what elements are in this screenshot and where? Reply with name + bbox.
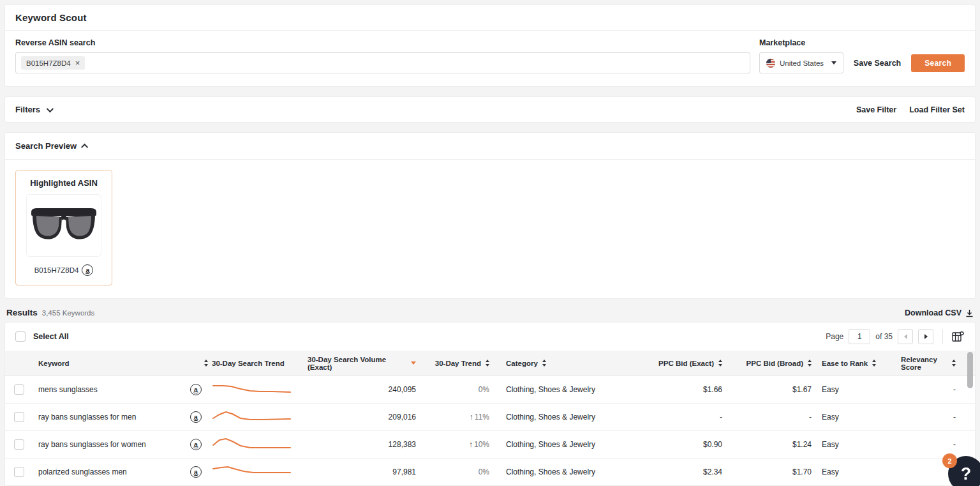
volume-cell: 97,981 [308, 467, 416, 476]
ppc-exact-cell: $2.34 [633, 467, 722, 476]
row-checkbox[interactable] [14, 384, 24, 395]
table-settings-icon [952, 331, 965, 342]
chevron-down-icon [47, 105, 54, 112]
keyword-scout-panel: Keyword Scout Reverse ASIN search B015H7… [5, 5, 975, 86]
amazon-icon[interactable]: a [190, 466, 202, 478]
filters-bar: Filters Save Filter Load Filter Set [5, 97, 975, 122]
sunglasses-image [30, 203, 98, 248]
amazon-icon[interactable]: a [190, 439, 202, 450]
category-cell: Clothing, Shoes & Jewelry [489, 467, 633, 476]
column-header-ease-to-rank[interactable]: Ease to Rank [812, 360, 901, 367]
search-preview-label: Search Preview [15, 141, 77, 151]
column-header-relevancy[interactable]: Relevancy Score [901, 356, 975, 371]
trend-cell: ↑11% [416, 413, 489, 421]
sort-desc-icon [411, 361, 416, 365]
ppc-broad-cell: $1.70 [722, 467, 812, 476]
marketplace-label: Marketplace [759, 38, 965, 47]
results-title: Results [6, 308, 38, 317]
trend-sparkline [212, 381, 292, 399]
column-header-ppc-exact[interactable]: PPC Bid (Exact) [633, 360, 722, 367]
arrow-right-icon [924, 334, 928, 339]
column-settings-button[interactable] [952, 331, 965, 342]
trend-sparkline [212, 436, 292, 453]
row-checkbox[interactable] [14, 467, 24, 477]
filters-label: Filters [15, 105, 40, 114]
keyword-cell: ray bans sunglasses for women [33, 440, 180, 449]
category-cell: Clothing, Shoes & Jewelry [489, 440, 633, 449]
relevancy-cell: - [901, 413, 975, 421]
column-header-ppc-broad[interactable]: PPC Bid (Broad) [722, 360, 812, 367]
trend-sparkline [212, 463, 292, 481]
page-label: Page [826, 332, 843, 341]
category-cell: Clothing, Shoes & Jewelry [489, 413, 633, 421]
keyword-cell: ray bans sunglasses for men [33, 413, 180, 421]
trend-cell: 0% [416, 467, 489, 476]
chevron-up-icon [81, 143, 88, 150]
save-filter-button[interactable]: Save Filter [856, 105, 896, 114]
table-row: ray bans sunglasses for men a 209,016 ↑1… [5, 404, 975, 431]
trend-sparkline [212, 408, 292, 426]
filters-toggle[interactable]: Filters [15, 105, 52, 114]
table-row: polarized sunglasses men a 97,981 0% Clo… [5, 459, 975, 486]
ppc-broad-cell: - [722, 413, 812, 421]
amazon-icon[interactable]: a [190, 384, 202, 395]
keyword-cell: polarized sunglasses men [33, 467, 180, 476]
ppc-exact-cell: $0.90 [633, 440, 722, 449]
select-all-checkbox[interactable] [15, 331, 26, 342]
sort-icon [952, 360, 956, 367]
page-input[interactable] [849, 329, 870, 344]
highlighted-asin-card[interactable]: Highlighted ASIN B015H7Z8D4 a [15, 170, 112, 285]
vertical-scrollbar[interactable] [967, 352, 973, 388]
column-header-category[interactable]: Category [489, 360, 633, 367]
next-page-button[interactable] [918, 329, 933, 344]
table-row: ray bans sunglasses for women a 128,383 … [5, 431, 975, 459]
question-mark-icon: ? [961, 464, 972, 484]
row-checkbox[interactable] [14, 412, 24, 422]
column-header-keyword[interactable]: Keyword [33, 360, 212, 367]
download-icon [965, 309, 974, 317]
asin-search-input[interactable]: B015H7Z8D4 × [15, 52, 750, 73]
page-total: of 35 [875, 332, 893, 341]
trend-cell: 0% [416, 385, 489, 394]
chevron-down-icon [831, 61, 836, 65]
column-header-search-trend[interactable]: 30-Day Search Trend [212, 360, 308, 367]
marketplace-value: United States [780, 59, 824, 67]
table-row: mens sunglasses a 240,095 0% Clothing, S… [5, 376, 975, 404]
sort-icon [872, 360, 876, 367]
ease-cell: Easy [812, 413, 901, 421]
asin-chip[interactable]: B015H7Z8D4 × [21, 56, 85, 70]
table-header-row: Keyword 30-Day Search Trend 30-Day Searc… [5, 351, 975, 376]
load-filter-set-button[interactable]: Load Filter Set [909, 105, 965, 114]
search-preview-panel: Search Preview Highlighted ASIN [5, 133, 975, 298]
help-button[interactable]: 2 ? [948, 456, 980, 486]
category-cell: Clothing, Shoes & Jewelry [489, 385, 633, 394]
arrow-left-icon [904, 334, 907, 339]
column-header-search-volume[interactable]: 30-Day Search Volume (Exact) [308, 356, 416, 371]
amazon-icon[interactable]: a [190, 411, 202, 423]
search-button[interactable]: Search [911, 54, 965, 72]
page-title: Keyword Scout [15, 12, 965, 23]
us-flag-icon [766, 59, 775, 68]
prev-page-button[interactable] [898, 329, 913, 344]
download-csv-button[interactable]: Download CSV [905, 308, 974, 317]
notification-badge: 2 [942, 453, 957, 468]
download-csv-label: Download CSV [905, 308, 961, 317]
ppc-exact-cell: - [633, 413, 722, 421]
amazon-icon[interactable]: a [82, 264, 93, 276]
ease-cell: Easy [812, 467, 901, 476]
volume-cell: 209,016 [308, 413, 416, 421]
relevancy-cell: - [901, 440, 975, 449]
results-panel: Select All Page of 35 [5, 323, 975, 486]
remove-asin-icon[interactable]: × [75, 59, 80, 67]
select-all-label: Select All [33, 332, 69, 341]
column-header-30day-trend[interactable]: 30-Day Trend [416, 360, 489, 367]
marketplace-select[interactable]: United States [759, 52, 843, 73]
keywords-table: Keyword 30-Day Search Trend 30-Day Searc… [5, 351, 975, 486]
relevancy-cell: - [901, 385, 975, 394]
ppc-exact-cell: $1.66 [633, 385, 722, 394]
trend-up-icon: ↑ [470, 413, 473, 421]
row-checkbox[interactable] [14, 439, 24, 450]
search-preview-toggle[interactable]: Search Preview [15, 141, 965, 151]
save-search-button[interactable]: Save Search [854, 59, 901, 68]
keyword-cell: mens sunglasses [33, 385, 180, 394]
